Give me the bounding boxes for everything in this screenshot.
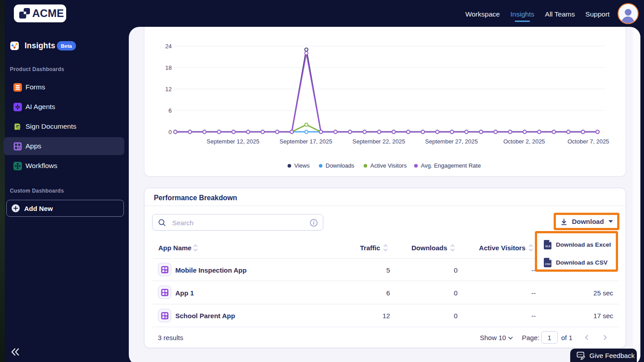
svg-text:12: 12 [165, 86, 172, 93]
svg-text:October 2, 2025: October 2, 2025 [503, 138, 545, 145]
svg-text:CSV: CSV [545, 263, 551, 265]
svg-text:18: 18 [165, 64, 172, 71]
svg-text:September 22, 2025: September 22, 2025 [352, 138, 405, 145]
svg-text:0: 0 [169, 129, 172, 135]
svg-text:September 27, 2025: September 27, 2025 [425, 138, 478, 145]
svg-text:October 7, 2025: October 7, 2025 [568, 138, 609, 145]
svg-text:XLS: XLS [545, 245, 551, 248]
svg-text:September 12, 2025: September 12, 2025 [207, 138, 259, 145]
svg-text:September 17, 2025: September 17, 2025 [280, 138, 332, 145]
svg-text:24: 24 [165, 43, 172, 50]
svg-text:6: 6 [169, 107, 172, 114]
